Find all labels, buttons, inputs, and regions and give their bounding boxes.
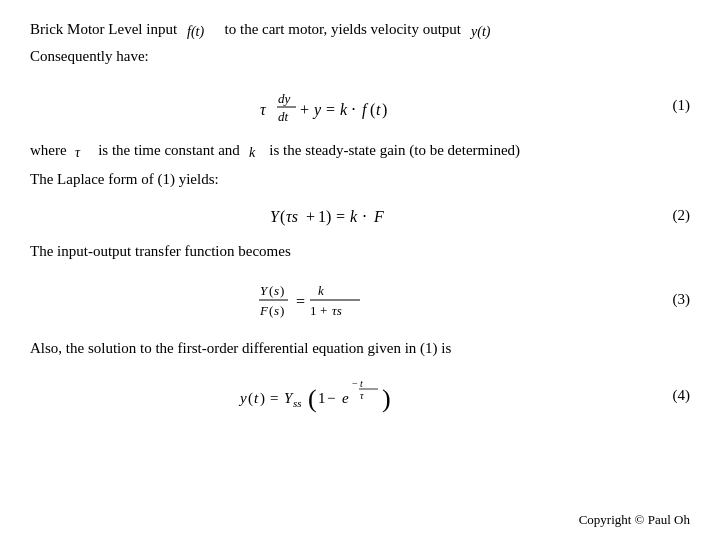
- svg-text:(: (: [269, 303, 273, 318]
- svg-text:τ: τ: [75, 145, 81, 160]
- svg-text:f(t): f(t): [187, 24, 204, 40]
- equation-1-block: τ dy dt + y = k ⋅ f ( t ) (1): [30, 81, 690, 129]
- svg-text:=: =: [326, 101, 335, 118]
- svg-text:⋅: ⋅: [362, 208, 367, 225]
- header-text-pre: Brick Motor Level input: [30, 21, 177, 37]
- svg-text:1: 1: [318, 208, 326, 225]
- svg-text:⋅: ⋅: [351, 101, 356, 118]
- svg-text:(: (: [308, 384, 317, 413]
- svg-text:k: k: [350, 208, 358, 225]
- svg-text:k: k: [340, 101, 348, 118]
- svg-text:t: t: [254, 390, 259, 406]
- svg-text:(: (: [370, 101, 375, 119]
- svg-text:k: k: [249, 145, 256, 160]
- svg-text:τ: τ: [260, 101, 267, 118]
- svg-text:f: f: [362, 101, 369, 119]
- svg-text:): ): [260, 390, 265, 407]
- ft-formula: f(t): [185, 21, 217, 41]
- where-line: where τ is the time constant and k is th…: [30, 139, 690, 162]
- svg-text:−: −: [352, 378, 358, 389]
- svg-text:Y: Y: [260, 283, 269, 298]
- eq2-number: (2): [673, 207, 691, 224]
- svg-text:F: F: [259, 303, 269, 318]
- svg-text:): ): [280, 303, 284, 318]
- svg-text:−: −: [327, 390, 335, 406]
- yt-formula: y(t): [469, 21, 501, 41]
- equation-2-svg: Y ( τs + 1 ) = k ⋅ F: [260, 200, 460, 230]
- transfer-line: The input-output transfer function becom…: [30, 240, 690, 263]
- svg-text:): ): [280, 283, 284, 298]
- svg-text:τ: τ: [360, 390, 364, 401]
- svg-text:e: e: [342, 390, 349, 406]
- equation-4-block: y ( t ) = Y ss ( 1 − e − t τ ) (4): [30, 369, 690, 421]
- k-symbol: k: [247, 142, 263, 162]
- svg-text:=: =: [336, 208, 345, 225]
- svg-text:(: (: [269, 283, 273, 298]
- svg-text:+: +: [300, 101, 309, 118]
- svg-text:dt: dt: [278, 109, 289, 124]
- equation-3-block: Y ( s ) F ( s ) = k 1 + τs (3): [30, 273, 690, 327]
- svg-text:t: t: [360, 378, 363, 389]
- tau-symbol: τ: [73, 142, 91, 162]
- laplace-line: The Laplace form of (1) yields:: [30, 168, 690, 191]
- svg-text:dy: dy: [278, 91, 291, 106]
- svg-text:k: k: [318, 283, 324, 298]
- consequently-line: Consequently have:: [30, 45, 690, 68]
- equation-2-block: Y ( τs + 1 ) = k ⋅ F (2): [30, 200, 690, 230]
- svg-text:s: s: [274, 303, 279, 318]
- svg-text:1: 1: [318, 390, 326, 406]
- copyright-text: Copyright © Paul Oh: [579, 512, 690, 528]
- svg-text:=: =: [296, 293, 305, 310]
- svg-text:y(t): y(t): [469, 24, 491, 40]
- svg-text:t: t: [376, 101, 381, 118]
- svg-text:F: F: [373, 208, 384, 225]
- svg-text:=: =: [270, 390, 278, 406]
- where-mid: is the time constant and: [98, 142, 240, 158]
- svg-text:): ): [326, 208, 331, 226]
- eq3-number: (3): [673, 291, 691, 308]
- svg-text:+: +: [306, 208, 315, 225]
- header-line1: Brick Motor Level input f(t) to the cart…: [30, 18, 690, 41]
- svg-text:): ): [382, 101, 387, 119]
- svg-text:τs: τs: [286, 208, 298, 225]
- solution-line: Also, the solution to the first-order di…: [30, 337, 690, 360]
- header-text-post: to the cart motor, yields velocity outpu…: [225, 21, 461, 37]
- svg-text:y: y: [238, 390, 247, 406]
- eq4-number: (4): [673, 387, 691, 404]
- svg-text:(: (: [280, 208, 285, 226]
- equation-3-svg: Y ( s ) F ( s ) = k 1 + τs: [250, 273, 470, 327]
- svg-text:s: s: [274, 283, 279, 298]
- equation-4-svg: y ( t ) = Y ss ( 1 − e − t τ ): [230, 369, 490, 421]
- equation-1-svg: τ dy dt + y = k ⋅ f ( t ): [250, 81, 470, 129]
- svg-text:y: y: [312, 101, 322, 119]
- svg-text:(: (: [248, 390, 253, 407]
- svg-text:τs: τs: [332, 303, 342, 318]
- where-pre: where: [30, 142, 67, 158]
- where-post: is the steady-state gain (to be determin…: [269, 142, 520, 158]
- eq1-number: (1): [673, 97, 691, 114]
- svg-text:): ): [382, 384, 391, 413]
- svg-text:ss: ss: [293, 397, 302, 409]
- svg-text:+: +: [320, 303, 327, 318]
- svg-text:1: 1: [310, 303, 317, 318]
